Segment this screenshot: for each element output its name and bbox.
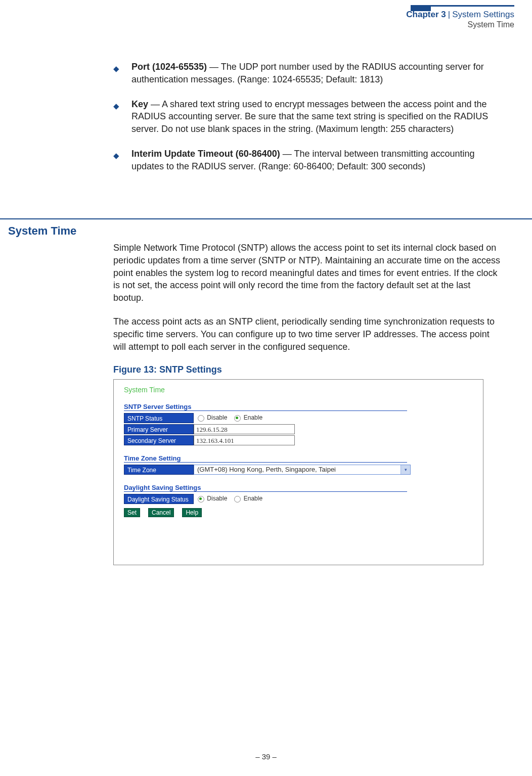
page-number: – 39 – — [0, 752, 532, 761]
secondary-server-label: Secondary Server — [124, 435, 194, 445]
figure-sntp-settings: System Time SNTP Server Settings SNTP St… — [113, 379, 483, 565]
bullet-term: Interim Update Timeout (60-86400) — [131, 149, 280, 159]
paragraph-1: Simple Network Time Protocol (SNTP) allo… — [113, 242, 503, 304]
ds-disable-radio[interactable]: Disable — [198, 495, 227, 502]
underline — [124, 462, 407, 463]
diamond-icon: ◆ — [113, 64, 119, 74]
ds-status-row: Daylight Saving Status Disable Enable — [124, 494, 473, 504]
timezone-label: Time Zone — [124, 465, 194, 475]
diamond-icon: ◆ — [113, 101, 119, 112]
chapter-subtitle: System Time — [406, 20, 514, 30]
figure-caption: Figure 13: SNTP Settings — [113, 364, 503, 375]
radio-label: Enable — [244, 495, 262, 502]
secondary-server-row: Secondary Server 132.163.4.101 — [124, 435, 473, 445]
sntp-disable-radio[interactable]: Disable — [198, 414, 227, 421]
bullet-term: Port (1024-65535) — [131, 62, 207, 72]
secondary-server-input[interactable]: 132.163.4.101 — [194, 435, 295, 445]
chevron-down-icon: ▾ — [401, 465, 410, 474]
underline — [124, 491, 407, 492]
paragraph-2: The access point acts as an SNTP client,… — [113, 315, 503, 353]
radio-label: Disable — [207, 414, 227, 421]
section-heading: System Time — [8, 224, 76, 238]
ds-status-label: Daylight Saving Status — [124, 494, 194, 504]
sntp-status-row: SNTP Status Disable Enable — [124, 413, 473, 423]
cancel-button[interactable]: Cancel — [148, 508, 174, 517]
ds-heading: Daylight Saving Settings — [124, 484, 473, 491]
primary-server-row: Primary Server 129.6.15.28 — [124, 424, 473, 434]
sntp-status-label: SNTP Status — [124, 413, 194, 423]
bullet-interim: ◆ Interim Update Timeout (60-86400) — Th… — [113, 148, 503, 173]
bullet-key: ◆ Key — A shared text string used to enc… — [113, 98, 503, 135]
header-notch — [411, 5, 431, 11]
bullet-text: — A shared text string used to encrypt m… — [131, 99, 488, 134]
primary-server-input[interactable]: 129.6.15.28 — [194, 424, 295, 434]
sntp-enable-radio[interactable]: Enable — [234, 414, 262, 421]
separator: | — [448, 10, 450, 19]
diamond-icon: ◆ — [113, 151, 119, 161]
header-line — [428, 5, 514, 7]
radio-label: Enable — [244, 414, 262, 421]
timezone-select[interactable]: (GMT+08) Hong Kong, Perth, Singapore, Ta… — [194, 465, 411, 475]
set-button[interactable]: Set — [124, 508, 140, 517]
timezone-row: Time Zone (GMT+08) Hong Kong, Perth, Sin… — [124, 465, 473, 475]
timezone-value: (GMT+08) Hong Kong, Perth, Singapore, Ta… — [194, 465, 401, 474]
bullet-list: ◆ Port (1024-65535) — The UDP port numbe… — [113, 61, 503, 173]
figure-title: System Time — [124, 386, 473, 394]
bullet-term: Key — [131, 99, 148, 109]
sntp-heading: SNTP Server Settings — [124, 403, 473, 410]
underline — [124, 410, 407, 411]
help-button[interactable]: Help — [182, 508, 202, 517]
page-header: Chapter 3|System Settings System Time — [406, 9, 514, 30]
radio-label: Disable — [207, 495, 227, 502]
chapter-title: System Settings — [452, 10, 514, 19]
bullet-port: ◆ Port (1024-65535) — The UDP port numbe… — [113, 61, 503, 86]
section-rule — [0, 218, 532, 219]
ds-enable-radio[interactable]: Enable — [234, 495, 262, 502]
primary-server-label: Primary Server — [124, 424, 194, 434]
tz-heading: Time Zone Setting — [124, 454, 473, 462]
